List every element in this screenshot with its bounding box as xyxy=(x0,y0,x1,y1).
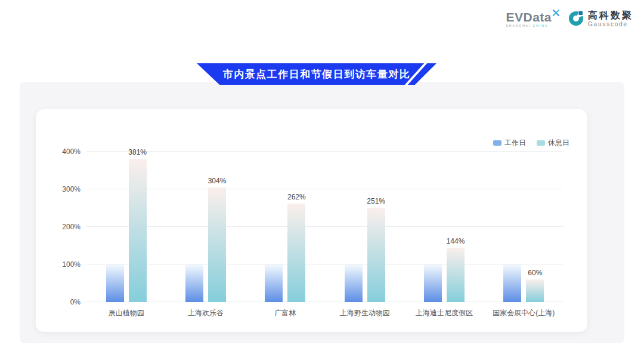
evdata-logo-text: EVData xyxy=(506,11,552,23)
gausscode-logo-en-text: Gausscode xyxy=(588,21,633,27)
chart-title: 市内景点工作日和节假日到访车量对比 xyxy=(223,67,411,81)
chart-card: 工作日休息日 0%100%200%300%400%381%辰山植物园304%上海… xyxy=(36,109,587,332)
chart-plot-area: 0%100%200%300%400%381%辰山植物园304%上海欢乐谷262%… xyxy=(86,152,564,302)
bar-group: 262%广富林 xyxy=(246,152,325,302)
y-axis-tick-label: 300% xyxy=(62,185,80,193)
legend-item-1[interactable]: 休息日 xyxy=(537,138,569,148)
bar-group: 251%上海野生动物园 xyxy=(325,152,404,302)
bar-series-1[interactable]: 144% xyxy=(447,248,465,302)
bar-series-0[interactable] xyxy=(185,264,203,302)
bar-series-1[interactable]: 262% xyxy=(287,204,305,302)
evdata-logo-subtext: SHANGHAICHINA xyxy=(506,24,548,27)
content-panel: 工作日休息日 0%100%200%300%400%381%辰山植物园304%上海… xyxy=(20,82,624,343)
y-axis-tick-label: 0% xyxy=(70,298,80,306)
bar-group: 304%上海欢乐谷 xyxy=(166,152,245,302)
legend-swatch-icon xyxy=(493,140,501,146)
bar-series-1[interactable]: 304% xyxy=(208,187,226,302)
bar-value-label: 262% xyxy=(287,193,306,201)
header-logos: EVData SHANGHAICHINA 高科数聚 Gausscode xyxy=(506,10,633,29)
y-axis-tick-label: 100% xyxy=(62,260,80,269)
bar-value-label: 304% xyxy=(208,177,227,185)
evdata-logo: EVData SHANGHAICHINA xyxy=(506,11,559,27)
bar-series-0[interactable] xyxy=(265,264,283,302)
bar-series-0[interactable] xyxy=(106,264,124,302)
gausscode-mark-icon xyxy=(569,10,584,29)
bar-value-label: 381% xyxy=(128,148,147,156)
legend-label: 工作日 xyxy=(504,138,526,148)
x-axis-label: 上海迪士尼度假区 xyxy=(416,308,473,318)
chart-title-banner: 市内景点工作日和节假日到访车量对比 xyxy=(197,63,436,85)
legend-swatch-icon xyxy=(537,140,545,146)
x-axis-label: 广富林 xyxy=(274,308,296,318)
gausscode-logo-cn-text: 高科数聚 xyxy=(588,11,633,20)
bar-group: 60%国家会展中心(上海) xyxy=(484,152,564,302)
bar-series-1[interactable]: 60% xyxy=(526,279,544,302)
bar-value-label: 60% xyxy=(528,269,542,277)
bar-value-label: 144% xyxy=(447,237,465,245)
x-axis-label: 国家会展中心(上海) xyxy=(493,308,555,318)
bar-series-0[interactable] xyxy=(345,264,363,302)
bar-series-0[interactable] xyxy=(503,264,521,302)
gausscode-logo: 高科数聚 Gausscode xyxy=(569,10,633,29)
chart-legend: 工作日休息日 xyxy=(493,138,569,148)
bar-series-0[interactable] xyxy=(424,264,442,302)
bar-group: 144%上海迪士尼度假区 xyxy=(404,152,484,302)
evdata-x-mark-icon xyxy=(553,8,559,18)
x-axis-label: 辰山植物园 xyxy=(109,308,144,318)
x-axis-label: 上海欢乐谷 xyxy=(188,308,224,318)
x-axis-label: 上海野生动物园 xyxy=(340,308,390,318)
bar-group: 381%辰山植物园 xyxy=(86,152,166,302)
bar-value-label: 251% xyxy=(367,197,385,205)
legend-label: 休息日 xyxy=(548,138,569,148)
y-axis-tick-label: 200% xyxy=(62,223,80,231)
y-axis-tick-label: 400% xyxy=(62,147,80,156)
legend-item-0[interactable]: 工作日 xyxy=(493,138,526,148)
bar-groups: 381%辰山植物园304%上海欢乐谷262%广富林251%上海野生动物园144%… xyxy=(86,152,564,302)
bar-series-1[interactable]: 251% xyxy=(367,208,385,302)
bar-series-1[interactable]: 381% xyxy=(129,159,147,302)
